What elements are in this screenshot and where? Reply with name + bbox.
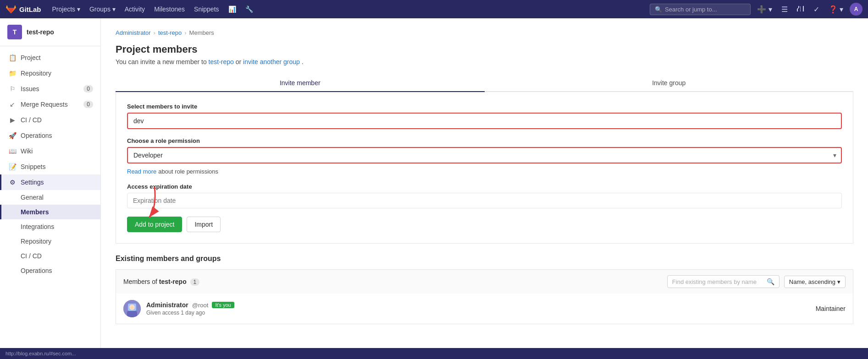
role-permission-group: Choose a role permission Guest Reporter … [127,137,842,175]
role-select-wrapper: Guest Reporter Developer Maintainer Owne… [127,147,842,163]
sidebar-item-label-snippets: Snippets [21,163,45,170]
top-nav-links: Projects ▾ Groups ▾ Activity Milestones … [49,4,257,15]
sidebar-sub-item-repository[interactable]: Repository [0,234,100,249]
chevron-down-icon: ▾ [837,278,840,285]
subtitle-mid: or [236,58,243,65]
svg-point-4 [129,305,135,310]
project-name: test-repo [27,28,54,36]
project-icon: 📋 [9,54,16,61]
sidebar-sub-item-operations[interactable]: Operations [0,263,100,278]
sort-label: Name, ascending [789,278,835,285]
role-help-text: about role permissions [158,168,218,175]
expiry-date-group: Access expiration date [127,183,842,208]
create-button[interactable]: ➕ ▾ [754,3,774,16]
sidebar-item-merge-requests[interactable]: ↙ Merge Requests 0 [0,97,100,112]
sidebar-sub-item-general[interactable]: General [0,190,100,205]
import-button[interactable]: Import [187,217,221,232]
main-content: Administrator › test-repo › Members Proj… [101,18,868,359]
sidebar-item-label-merge-requests: Merge Requests [21,101,68,108]
sidebar-item-wiki[interactable]: 📖 Wiki [0,143,100,159]
sidebar-project-header[interactable]: T test-repo [0,18,100,46]
breadcrumb: Administrator › test-repo › Members [116,29,853,36]
sidebar-item-snippets[interactable]: 📝 Snippets [0,159,100,174]
help-button[interactable]: ❓ ▾ [826,3,846,16]
user-avatar[interactable]: A [850,3,862,16]
select-members-group: Select members to invite [127,103,842,129]
sidebar-item-label-cicd: CI / CD [21,116,42,124]
subtitle-prefix: You can invite a new member to [116,58,207,65]
nav-milestones[interactable]: Milestones [150,4,188,15]
search-members-container[interactable]: 🔍 [667,275,780,288]
breadcrumb-administrator[interactable]: Administrator [116,29,151,36]
member-info: Administrator @root It's you Given acces… [146,301,816,316]
snippets-icon: 📝 [9,163,16,170]
sidebar: T test-repo 📋 Project 📁 Repository ⚐ Iss… [0,18,101,359]
members-table-header-right: 🔍 Name, ascending ▾ [667,275,846,288]
sidebar-item-label-issues: Issues [21,85,39,92]
nav-admin[interactable]: 🔧 [242,4,257,15]
select-members-input[interactable] [127,113,842,129]
project-link[interactable]: test-repo [209,58,234,65]
subtitle-suffix: . [302,58,304,65]
search-box[interactable]: 🔍 [650,4,751,15]
gitlab-brand-name: GitLab [19,5,41,13]
sidebar-item-label-operations: Operations [21,132,52,139]
sidebar-item-project[interactable]: 📋 Project [0,50,100,65]
breadcrumb-sep-1: › [154,29,155,36]
role-permission-select[interactable]: Guest Reporter Developer Maintainer Owne… [127,147,842,163]
avatar [123,300,141,317]
sidebar-item-settings[interactable]: ⚙ Settings [0,174,100,190]
top-nav-right: 🔍 ➕ ▾ ☰ ⛙ ✓ ❓ ▾ A [650,3,862,16]
red-arrow-annotation [141,185,168,221]
project-avatar: T [7,25,22,39]
sidebar-item-operations[interactable]: 🚀 Operations [0,128,100,143]
role-permission-label: Choose a role permission [127,137,842,144]
members-of-label: Members of [123,278,157,285]
gitlab-logo[interactable]: GitLab [6,4,41,15]
sidebar-sub-item-integrations[interactable]: Integrations [0,219,100,234]
sidebar-toggle-button[interactable]: ☰ [779,3,791,16]
cicd-icon: ▶ [9,116,16,124]
sidebar-item-label-project: Project [21,54,41,61]
members-table-header-left: Members of test-repo 1 [123,278,199,286]
breadcrumb-test-repo[interactable]: test-repo [158,29,182,36]
search-members-icon: 🔍 [767,278,774,285]
operations-icon: 🚀 [9,132,16,139]
you-badge: It's you [212,302,234,308]
tab-invite-member[interactable]: Invite member [116,75,485,92]
invite-group-link[interactable]: invite another group [243,58,300,65]
nav-snippets[interactable]: Snippets [190,4,222,15]
status-bar-link[interactable]: http://blog.exabn.ru/#sec.com... [6,351,76,356]
member-handle: @root [192,302,209,309]
breadcrumb-members: Members [189,29,214,36]
sidebar-item-cicd[interactable]: ▶ CI / CD [0,112,100,128]
repository-icon: 📁 [9,70,16,77]
search-members-input[interactable] [672,278,764,285]
sidebar-sub-item-members[interactable]: Members [0,205,100,219]
search-input[interactable] [665,6,746,13]
nav-analytics[interactable]: 📊 [225,4,240,15]
nav-activity[interactable]: Activity [121,4,149,15]
nav-groups[interactable]: Groups ▾ [86,4,119,15]
sidebar-sub-item-cicd[interactable]: CI / CD [0,249,100,263]
top-navigation: GitLab Projects ▾ Groups ▾ Activity Mile… [0,0,868,18]
search-icon: 🔍 [655,6,662,13]
members-project-name: test-repo [159,278,187,285]
expiry-date-input[interactable] [127,193,842,208]
sidebar-item-repository[interactable]: 📁 Repository [0,65,100,81]
merge-requests-icon: ↙ [9,101,16,108]
avatar-placeholder [123,300,141,317]
sidebar-item-issues[interactable]: ⚐ Issues 0 [0,81,100,97]
breadcrumb-sep-2: › [184,29,186,36]
issues-button[interactable]: ✓ [811,3,822,16]
table-row: Administrator @root It's you Given acces… [116,294,853,324]
read-more-link[interactable]: Read more [127,168,156,175]
issues-count: 0 [83,85,93,92]
sort-select[interactable]: Name, ascending ▾ [784,276,846,288]
merge-requests-button[interactable]: ⛙ [794,3,807,15]
expiry-label: Access expiration date [127,183,842,190]
tab-invite-group[interactable]: Invite group [485,75,854,92]
nav-projects[interactable]: Projects ▾ [49,4,84,15]
member-display-name: Administrator [146,301,188,309]
members-count-badge: 1 [190,278,200,286]
